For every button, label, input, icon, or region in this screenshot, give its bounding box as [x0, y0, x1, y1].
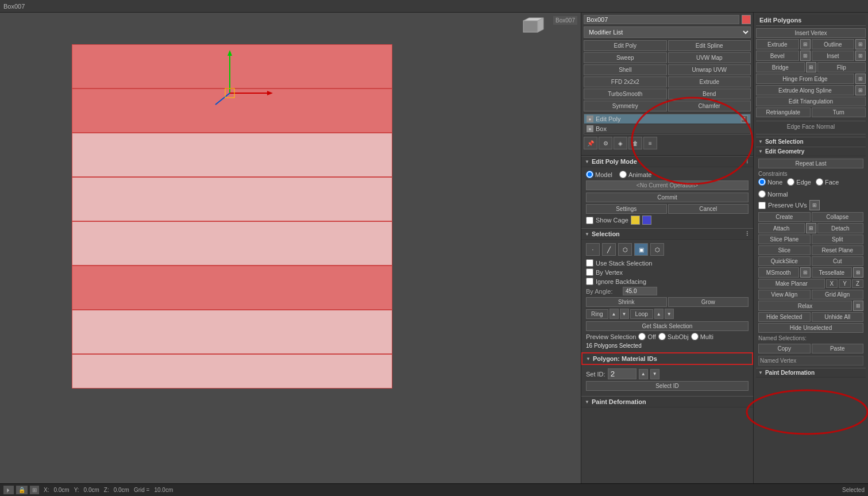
face-radio[interactable]	[816, 178, 823, 186]
relax-settings[interactable]: ⊞	[853, 301, 863, 311]
symmetry-btn[interactable]: Symmetry	[584, 101, 667, 111]
animate-radio[interactable]	[619, 171, 627, 178]
ffd-btn[interactable]: FFD 2x2x2	[584, 76, 667, 87]
viewport-cube[interactable]	[518, 15, 546, 39]
named-sel-paste-btn[interactable]: Paste	[812, 344, 864, 353]
ep-bevel-settings[interactable]: ⊞	[800, 51, 811, 61]
repeat-last-btn[interactable]: Repeat Last	[758, 159, 863, 168]
shell-btn[interactable]: Shell	[584, 64, 667, 75]
cage-color-2[interactable]	[642, 216, 651, 225]
edit-poly-btn[interactable]: Edit Poly	[584, 40, 667, 51]
ep-inset-settings[interactable]: ⊞	[855, 51, 866, 61]
selection-header[interactable]: Selection ⋮	[581, 228, 753, 240]
polygon-material-ids-header[interactable]: Polygon: Material IDs	[581, 352, 753, 365]
ep-inset-btn[interactable]: Inset	[812, 51, 855, 61]
object-name-input[interactable]	[584, 15, 739, 24]
paint-deformation-header-right[interactable]: Paint Deformation	[756, 368, 866, 378]
show-cage-checkbox[interactable]	[586, 217, 593, 224]
x-btn[interactable]: X	[826, 279, 838, 288]
preview-off-label[interactable]: Off	[638, 333, 655, 340]
none-radio-label[interactable]: None	[758, 178, 782, 186]
element-icon-btn[interactable]: ⬡	[650, 243, 664, 256]
slice-plane-btn[interactable]: Slice Plane	[758, 234, 811, 244]
unwrap-uvw-btn[interactable]: Unwrap UVW	[668, 64, 751, 75]
preserve-uvs-settings[interactable]: ⊞	[809, 200, 820, 210]
detach-btn[interactable]: Detach	[817, 223, 864, 233]
ep-outline-settings[interactable]: ⊞	[855, 39, 866, 49]
turn-btn[interactable]: Turn	[812, 107, 866, 117]
cancel-btn[interactable]: Cancel	[668, 204, 749, 214]
soft-selection-header[interactable]: Soft Selection	[756, 137, 866, 147]
z-btn[interactable]: Z	[852, 279, 863, 288]
unhide-all-btn[interactable]: Unhide All	[812, 312, 864, 322]
shrink-btn[interactable]: Shrink	[586, 297, 667, 307]
cage-color-1[interactable]	[631, 216, 640, 225]
edge-icon-btn[interactable]: ╱	[602, 243, 616, 256]
normal-radio[interactable]	[758, 190, 766, 198]
quickslice-btn[interactable]: QuickSlice	[758, 256, 811, 266]
stack-item-box[interactable]: ● Box	[584, 124, 750, 134]
split-btn[interactable]: Split	[812, 234, 864, 244]
delete-btn[interactable]: 🗑	[628, 137, 642, 149]
view-align-btn[interactable]: View Align	[758, 290, 811, 299]
paint-deformation-header[interactable]: Paint Deformation	[581, 396, 753, 407]
ep-flip-btn[interactable]: Flip	[817, 62, 866, 72]
loop-btn[interactable]: Loop	[630, 309, 653, 319]
uvw-map-btn[interactable]: UVW Map	[668, 52, 751, 63]
poly-strip-8[interactable]	[72, 354, 392, 389]
preview-off-radio[interactable]	[638, 333, 646, 340]
object-color-swatch[interactable]	[742, 15, 751, 24]
commit-btn[interactable]: Commit	[586, 193, 749, 202]
set-id-input[interactable]	[608, 368, 636, 379]
extrude-btn[interactable]: Extrude	[668, 76, 751, 87]
model-radio[interactable]	[586, 171, 593, 178]
vertex-icon-btn[interactable]: ·	[586, 243, 600, 256]
ep-bevel-btn[interactable]: Bevel	[756, 51, 799, 61]
viewport[interactable]: Box007	[0, 13, 581, 483]
stack-item-edit-poly[interactable]: ● Edit Poly ⊞	[584, 114, 750, 124]
attach-settings[interactable]: ⊞	[806, 223, 816, 233]
tessellate-settings[interactable]: ⊞	[853, 267, 863, 278]
none-radio[interactable]	[758, 178, 766, 186]
msmooth-settings[interactable]: ⊞	[800, 267, 811, 278]
modifier-list-dropdown[interactable]: Modifier List	[584, 26, 751, 38]
animate-radio-label[interactable]: Animate	[619, 171, 651, 178]
hide-unselected-btn[interactable]: Hide Unselected	[758, 323, 863, 333]
icons-bar[interactable]: ⏵ 🔒 ⊞	[3, 486, 39, 494]
hinge-from-edge-btn[interactable]: Hinge From Edge	[756, 74, 854, 84]
msmooth-btn[interactable]: MSmooth	[758, 267, 799, 278]
retriangulate-btn[interactable]: Retriangulate	[756, 107, 811, 117]
poly-strip-4[interactable]	[72, 177, 392, 221]
grid-icon[interactable]: ⊞	[30, 486, 39, 494]
bend-btn[interactable]: Bend	[668, 89, 751, 99]
hinge-settings[interactable]: ⊞	[855, 74, 866, 84]
timeline-icon[interactable]: ⏵	[3, 486, 14, 494]
model-radio-label[interactable]: Model	[586, 171, 612, 178]
y-btn[interactable]: Y	[839, 279, 851, 288]
stack-item-icon-0[interactable]: ⊞	[741, 116, 748, 122]
select-id-btn[interactable]: Select ID	[586, 381, 749, 391]
grow-btn[interactable]: Grow	[668, 297, 749, 307]
by-angle-input[interactable]	[623, 287, 657, 295]
set-id-spinner-down[interactable]: ▼	[650, 369, 659, 379]
named-sel-copy-btn[interactable]: Copy	[758, 344, 811, 353]
preview-multi-radio[interactable]	[691, 333, 699, 340]
create-btn[interactable]: Create	[758, 212, 811, 222]
pin-btn[interactable]: 📌	[584, 137, 597, 149]
reset-plane-btn[interactable]: Reset Plane	[812, 245, 864, 255]
tessellate-btn[interactable]: Tessellate	[812, 267, 852, 278]
face-radio-label[interactable]: Face	[816, 178, 839, 186]
ring-btn[interactable]: Ring	[586, 309, 608, 319]
edit-spline-btn[interactable]: Edit Spline	[668, 40, 751, 51]
edit-poly-mode-header[interactable]: Edit Poly Mode ⋮	[581, 156, 753, 167]
ep-outline-btn[interactable]: Outline	[812, 39, 855, 49]
get-stack-btn[interactable]: Get Stack Selection	[586, 321, 749, 331]
ep-bridge-btn[interactable]: Bridge	[756, 62, 805, 72]
normal-radio-label[interactable]: Normal	[758, 190, 788, 198]
show-all-btn[interactable]: ≡	[643, 137, 657, 149]
cut-btn[interactable]: Cut	[812, 256, 864, 266]
attach-btn[interactable]: Attach	[758, 223, 805, 233]
preserve-uvs-checkbox[interactable]	[758, 202, 766, 209]
insert-vertex-btn[interactable]: Insert Vertex	[756, 28, 866, 38]
use-stack-checkbox[interactable]	[586, 259, 593, 267]
